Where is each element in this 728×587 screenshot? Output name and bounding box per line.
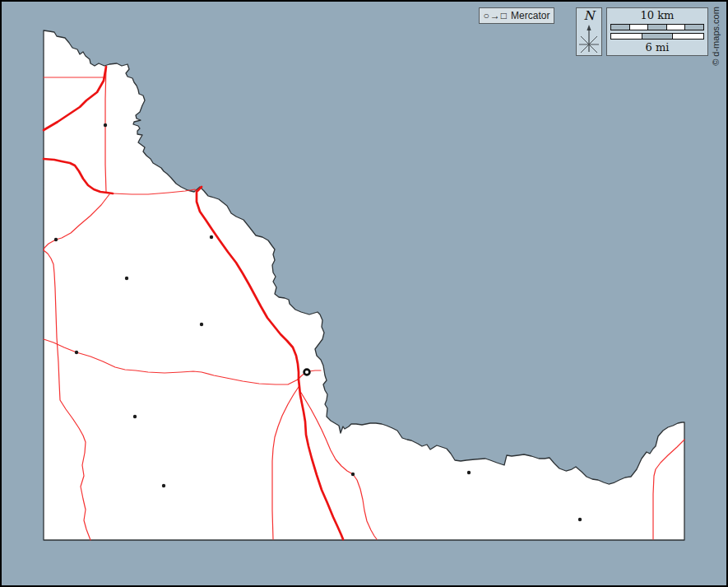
- scale-km-segment: [685, 25, 703, 30]
- city-dot: [104, 123, 107, 127]
- copyright-notice: © d-maps.com: [704, 0, 727, 72]
- city-dot: [133, 415, 137, 418]
- scale-km-segment: [611, 25, 630, 30]
- projection-label: Mercator: [511, 11, 549, 21]
- city-dot: [75, 351, 78, 354]
- projection-legend: ○→□ Mercator: [479, 7, 554, 24]
- city-dot: [125, 277, 128, 280]
- scale-mi-segment: [611, 34, 642, 39]
- scale-mi-segment: [642, 34, 674, 39]
- scale-mi-segment: [673, 34, 703, 39]
- city-dot: [54, 238, 58, 241]
- scale-mi-label: 6 mi: [646, 42, 670, 54]
- city-dot: [351, 473, 355, 476]
- scale-km-bar: [610, 24, 704, 30]
- scale-km-segment: [648, 25, 667, 30]
- map-stage: ○→□ Mercator N 10 km 6 mi © d-maps.com: [0, 0, 728, 587]
- copyright-text: © d-maps.com: [711, 7, 721, 66]
- compass-arrow-icon: [577, 22, 601, 55]
- scale-bar-widget: 10 km 6 mi: [606, 7, 708, 56]
- scale-km-label: 10 km: [641, 10, 675, 21]
- scale-mi-bar: [610, 33, 704, 40]
- city-dot: [200, 323, 203, 326]
- scale-km-segment: [667, 25, 686, 30]
- city-dot: [467, 471, 471, 474]
- projection-symbols-icon: ○→□: [484, 11, 508, 21]
- city-dot: [210, 235, 213, 239]
- base-map: [0, 0, 728, 587]
- compass-north-label: N: [583, 10, 594, 22]
- county-seat-marker: [304, 370, 310, 375]
- compass-rose: N: [576, 7, 602, 56]
- city-dot: [578, 518, 582, 521]
- scale-km-segment: [630, 25, 649, 30]
- city-dot: [162, 484, 165, 487]
